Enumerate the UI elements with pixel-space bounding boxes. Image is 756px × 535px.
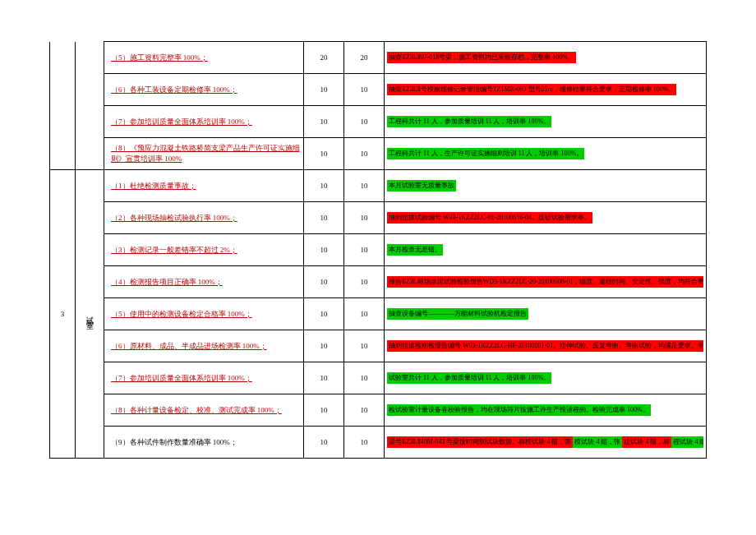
section-index: 3 — [50, 170, 76, 459]
item-desc: （3）检测记录一般差错率不超过 2%； — [104, 234, 304, 266]
status-cell: 本月检查无差错。 — [385, 234, 707, 266]
score-col-1: 10 — [304, 362, 344, 394]
item-desc: （7）参加培训质量全面体系培训率 100%； — [104, 106, 304, 138]
score-col-1: 10 — [304, 266, 344, 298]
score-col-1: 10 — [304, 427, 344, 459]
status-cell: 工程科共计 11 人，参加质量培训 11 人，培训率 100%。 — [385, 106, 707, 138]
score-col-1: 10 — [304, 330, 344, 362]
item-desc: （5）使用中的检测设备检定合格率 100%； — [104, 298, 304, 330]
status-cell: 报告EZ3L标场水泥试验检验报告WD3-1KZZ2LC-20-20100608-… — [385, 266, 707, 298]
status-cell: 梁号EZ3LⅡ40M-043 号梁按时间制试块数据。标榜试块 4 组，弹模试块 … — [385, 427, 707, 459]
item-desc: （7）参加培训质量全面体系培训率 100%； — [104, 362, 304, 394]
status-cell: 抽到拉拔试验编号 W03-1KZZ2LC-01-20100616-04。按砂试验… — [385, 202, 707, 234]
item-desc: （4）检测报告项目正确率 100%； — [104, 266, 304, 298]
score-col-2: 10 — [344, 202, 385, 234]
status-cell: 工程科共计 11 人，生产许可证实施细则培训 11 人，培训率 100%。 — [385, 138, 707, 170]
score-col-1: 10 — [304, 298, 344, 330]
score-col-2: 10 — [344, 170, 385, 202]
section-category: 试验室 — [76, 170, 104, 459]
score-col-1: 20 — [304, 42, 344, 74]
audit-table: （5）施工资料完整率 100%；2020抽查EZ3LⅡ07-018号梁，施工资料… — [49, 41, 707, 459]
status-cell: 检试验室计量设备各校验报告，均在现场符片按施工许生产投进程的。检验完成率 100… — [385, 394, 707, 427]
item-desc: （5）施工资料完整率 100%； — [104, 42, 304, 74]
score-col-1: 10 — [304, 138, 344, 170]
score-col-2: 10 — [344, 234, 385, 266]
section-category — [76, 42, 104, 170]
status-cell: 本月试验室无质量事故 — [385, 170, 707, 202]
section-index — [50, 42, 76, 170]
score-col-2: 10 — [344, 266, 385, 298]
score-col-1: 10 — [304, 202, 344, 234]
status-cell: 抽查EZ3LⅡ07-018号梁，施工资料均已采取存档，完整率 100%。 — [385, 42, 707, 74]
score-col-2: 10 — [344, 298, 385, 330]
item-desc: （8）《预应力混凝土铁路桥简支梁产品生产许可证实施细则》宣贯培训率 100% — [104, 138, 304, 170]
item-desc: （2）各种现场抽检试验执行率 100%； — [104, 202, 304, 234]
score-col-2: 10 — [344, 138, 385, 170]
item-desc: （6）原材料、成品、半成品进场检测率 100%； — [104, 330, 304, 362]
status-cell: 抽查设备编号————万能材料试验机检定报告 — [385, 298, 707, 330]
score-col-2: 20 — [344, 42, 385, 74]
score-col-1: 10 — [304, 106, 344, 138]
item-desc: （6）各种工装设备定期检修率 100%； — [104, 74, 304, 106]
score-col-1: 10 — [304, 170, 344, 202]
score-col-1: 10 — [304, 74, 344, 106]
score-col-2: 10 — [344, 427, 385, 459]
item-desc: （1）杜绝检测质量事故； — [104, 170, 304, 202]
status-cell: 抽查EZ3LⅡ号模板维修记录管理编号TZ1MB-003 型号25m，维修结果符合… — [385, 74, 707, 106]
score-col-2: 10 — [344, 330, 385, 362]
score-col-2: 10 — [344, 74, 385, 106]
score-col-2: 10 — [344, 394, 385, 427]
item-desc: （9）各种试件制作数量准确率 100%； — [104, 427, 304, 459]
score-col-2: 10 — [344, 362, 385, 394]
score-col-1: 10 — [304, 394, 344, 427]
status-cell: 抽到拉拔检刚检报告编号 W03-1KZZ2LC-HF-20100901-01。拉… — [385, 330, 707, 362]
score-col-2: 10 — [344, 106, 385, 138]
item-desc: （8）各种计量设备检定、校准、测试完成率 100%； — [104, 394, 304, 427]
score-col-1: 10 — [304, 234, 344, 266]
status-cell: 试验室共计 11 人，参加质量培训 11 人，培训率 100%。 — [385, 362, 707, 394]
